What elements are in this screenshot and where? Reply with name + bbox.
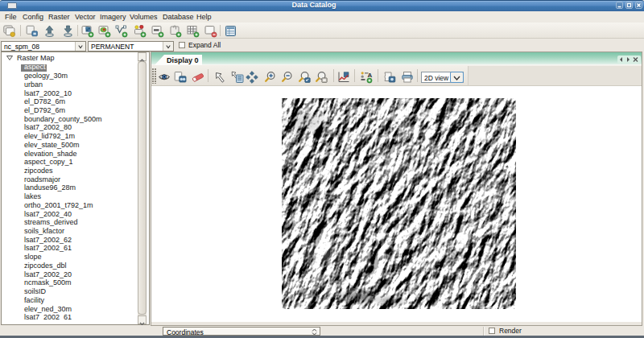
svg-text:A: A — [368, 72, 373, 79]
